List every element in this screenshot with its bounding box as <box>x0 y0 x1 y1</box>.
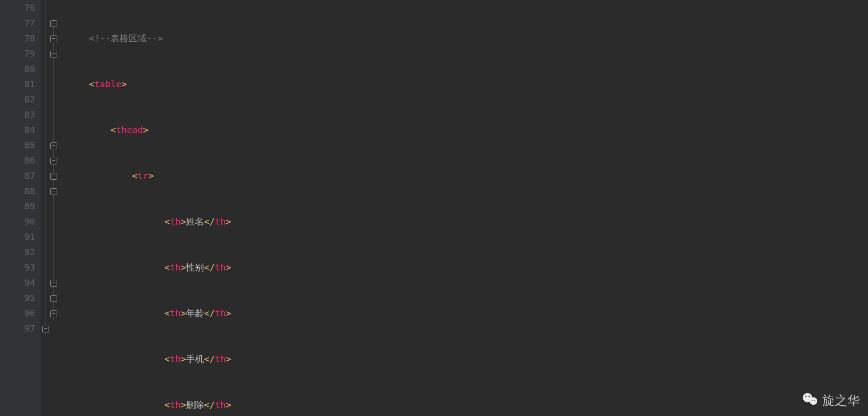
line-number: 79 <box>0 46 35 61</box>
line-number: 95 <box>0 290 35 305</box>
fold-handle-icon[interactable] <box>50 158 57 164</box>
line-number: 82 <box>0 92 35 107</box>
svg-point-1 <box>810 397 817 405</box>
line-number: 81 <box>0 76 35 92</box>
fold-handle-icon[interactable] <box>50 188 57 195</box>
fold-handle-icon[interactable] <box>50 310 57 317</box>
svg-point-2 <box>805 396 806 397</box>
line-number: 77 <box>0 15 35 31</box>
svg-point-3 <box>809 396 810 397</box>
line-number: 86 <box>0 153 35 168</box>
fold-handle-icon[interactable] <box>50 51 57 58</box>
line-number: 91 <box>0 229 35 244</box>
code-editor: 76 77 78 79 80 81 82 83 84 85 86 87 88 8… <box>0 0 868 416</box>
line-number: 89 <box>0 199 35 214</box>
fold-gutter <box>40 0 67 416</box>
code-line: <tr> <box>67 168 868 183</box>
watermark: 旋之华 <box>802 392 860 409</box>
line-number-gutter: 76 77 78 79 80 81 82 83 84 85 86 87 88 8… <box>0 0 40 416</box>
line-number: 94 <box>0 275 35 290</box>
line-number: 97 <box>0 321 35 336</box>
line-number: 85 <box>0 137 35 153</box>
code-line: <th>性别</th> <box>67 260 868 275</box>
code-line: <thead> <box>67 122 868 137</box>
code-line: <table> <box>67 76 868 92</box>
code-line: <th>年龄</th> <box>67 305 868 321</box>
line-number: 78 <box>0 31 35 46</box>
fold-handle-icon[interactable] <box>50 35 57 42</box>
line-number: 80 <box>0 61 35 76</box>
watermark-text: 旋之华 <box>822 393 860 408</box>
line-number: 96 <box>0 305 35 321</box>
line-number: 87 <box>0 168 35 183</box>
line-number: 88 <box>0 183 35 199</box>
line-number: 93 <box>0 260 35 275</box>
line-number: 92 <box>0 244 35 260</box>
fold-handle-icon[interactable] <box>42 326 49 332</box>
line-number: 83 <box>0 107 35 122</box>
fold-handle-icon[interactable] <box>50 280 57 287</box>
line-number: 90 <box>0 214 35 229</box>
svg-point-5 <box>814 400 815 401</box>
fold-handle-icon[interactable] <box>50 142 57 149</box>
code-line: <th>删除</th> <box>67 397 868 412</box>
svg-point-4 <box>812 400 813 401</box>
fold-handle-icon[interactable] <box>50 173 57 180</box>
wechat-icon <box>802 392 818 409</box>
code-line: <th>手机</th> <box>67 351 868 367</box>
code-area[interactable]: <!--表格区域--> <table> <thead> <tr> <th>姓名<… <box>67 0 868 416</box>
code-line: <!--表格区域--> <box>67 31 868 46</box>
fold-handle-icon[interactable] <box>50 20 57 27</box>
code-line: <th>姓名</th> <box>67 214 868 229</box>
line-number: 76 <box>0 0 35 15</box>
line-number: 84 <box>0 122 35 137</box>
fold-handle-icon[interactable] <box>50 295 57 302</box>
